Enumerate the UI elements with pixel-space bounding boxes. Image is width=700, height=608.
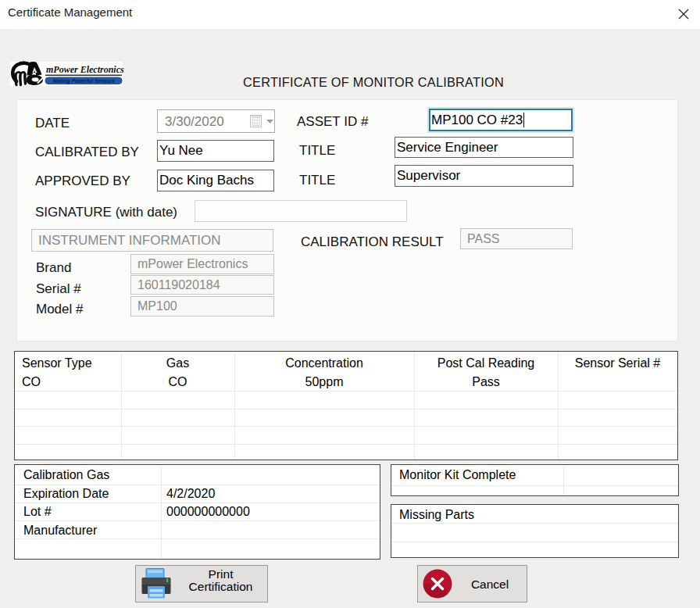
svg-text:Making Powerful Sensors: Making Powerful Sensors	[52, 78, 114, 84]
svg-text:mPower Electronics: mPower Electronics	[46, 64, 124, 75]
